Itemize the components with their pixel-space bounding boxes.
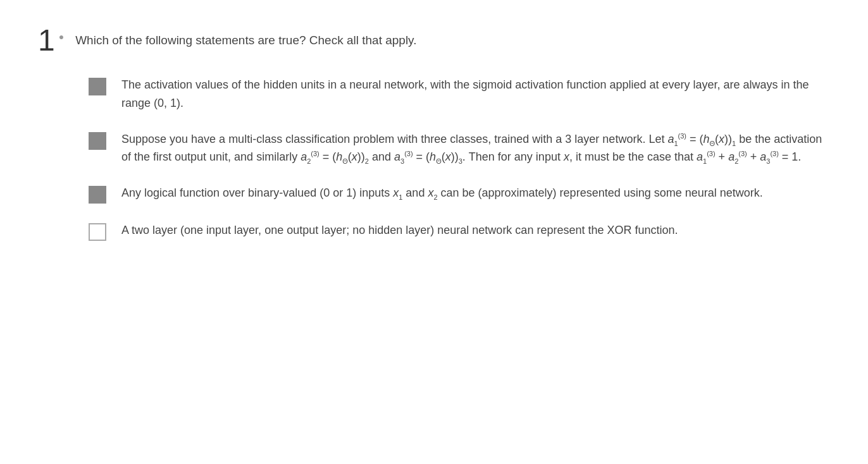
question-header: 1 ● Which of the following statements ar… [38,25,830,56]
options-container: The activation values of the hidden unit… [89,76,830,241]
option-row-1: The activation values of the hidden unit… [89,76,830,113]
option-text-2: Suppose you have a multi-class classific… [121,130,830,167]
checkbox-wrapper-1[interactable] [89,78,106,95]
option-row-4: A two layer (one input layer, one output… [89,221,830,241]
checkbox-4[interactable] [89,223,106,241]
option-text-4: A two layer (one input layer, one output… [121,221,830,240]
question-text: Which of the following statements are tr… [75,32,416,50]
question-dot: ● [59,32,64,42]
checkbox-wrapper-3[interactable] [89,186,106,204]
option-row-2: Suppose you have a multi-class classific… [89,130,830,167]
option-text-3: Any logical function over binary-valued … [121,184,830,202]
checkbox-wrapper-2[interactable] [89,132,106,150]
question-number: 1 [38,25,55,56]
option-row-3: Any logical function over binary-valued … [89,184,830,204]
checkbox-3[interactable] [89,186,106,204]
checkbox-wrapper-4[interactable] [89,223,106,241]
option-text-1: The activation values of the hidden unit… [121,76,830,113]
checkbox-1[interactable] [89,78,106,95]
checkbox-2[interactable] [89,132,106,150]
